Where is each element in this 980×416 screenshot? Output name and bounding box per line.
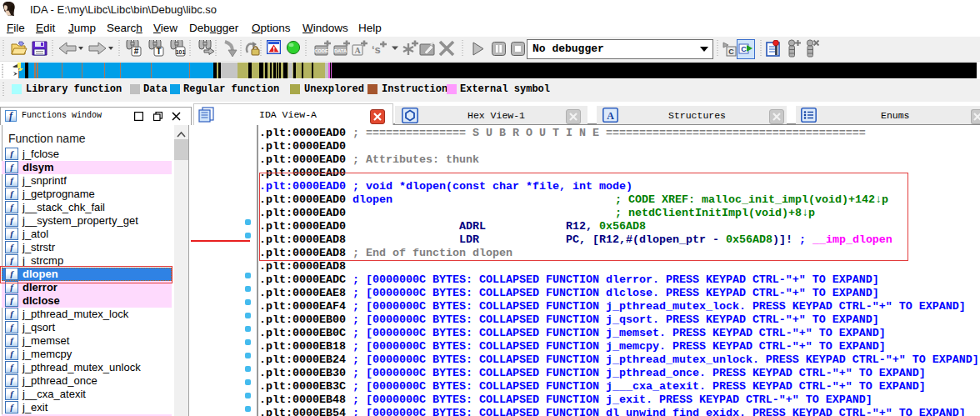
svg-text:DATA: DATA bbox=[334, 48, 348, 53]
svg-text:CODE: CODE bbox=[314, 48, 328, 53]
svg-text:C: C bbox=[741, 45, 747, 53]
svg-text:‘s: ‘s bbox=[372, 43, 381, 56]
svg-text:#: # bbox=[134, 47, 139, 56]
svg-text:A: A bbox=[354, 46, 361, 55]
svg-text:A: A bbox=[607, 110, 614, 122]
svg-text:C: C bbox=[728, 48, 734, 56]
svg-text:T: T bbox=[156, 47, 161, 56]
svg-text:101: 101 bbox=[176, 49, 186, 55]
